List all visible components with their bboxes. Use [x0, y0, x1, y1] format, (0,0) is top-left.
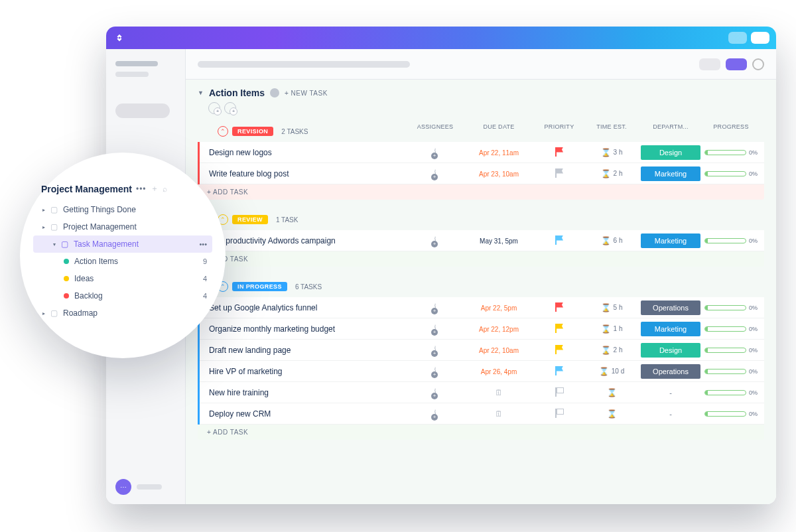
assignee-add-icon[interactable]	[434, 409, 436, 419]
task-row[interactable]: Design new logosApr 22, 11am⌛3 hDesign0%	[200, 142, 764, 163]
add-task-button[interactable]: + ADD TASK	[198, 184, 764, 200]
status-label: REVIEW	[232, 215, 268, 224]
plus-icon[interactable]: ＋	[151, 183, 159, 194]
time-estimate[interactable]: ⌛	[586, 409, 637, 419]
titlebar	[106, 27, 776, 49]
department-tag[interactable]: -	[641, 385, 700, 400]
tree-item-label: Action Items	[74, 257, 118, 266]
tree-item[interactable]: ▸▢Roadmap	[33, 304, 212, 322]
status-group-review: ⌃ REVIEW 1 TASKRun productivity Adwords …	[198, 209, 764, 267]
task-title: Organize monthly marketing budget	[209, 324, 405, 334]
task-title: Draft new landing page	[209, 346, 405, 355]
progress-percent: 0%	[749, 368, 758, 375]
assignee-add-icon[interactable]	[434, 346, 436, 355]
calendar-icon[interactable]: 🗓	[495, 388, 503, 397]
chat-button[interactable]: ⋯	[115, 479, 131, 495]
task-row[interactable]: Deploy new CRM🗓⌛-0%	[200, 403, 764, 425]
tree-item[interactable]: ▾▢Task Management•••	[33, 235, 212, 253]
due-date[interactable]: Apr 22, 11am	[479, 149, 519, 157]
time-estimate[interactable]: ⌛2 h	[586, 346, 637, 355]
priority-flag-icon[interactable]	[555, 302, 563, 312]
time-estimate[interactable]: ⌛3 h	[586, 148, 637, 157]
tree-item-meta: 9	[203, 257, 207, 265]
assignee-add-icon[interactable]	[434, 303, 436, 312]
view-toggle-active[interactable]	[726, 58, 747, 70]
due-date[interactable]: Apr 26, 4pm	[481, 368, 517, 375]
time-estimate[interactable]: ⌛6 h	[586, 236, 637, 245]
task-row[interactable]: Draft new landing pageApr 22, 10am⌛2 hDe…	[200, 340, 764, 361]
info-icon[interactable]	[270, 88, 279, 98]
priority-flag-icon[interactable]	[555, 324, 563, 333]
new-task-button[interactable]: + NEW TASK	[285, 90, 328, 97]
priority-flag-icon[interactable]	[555, 409, 563, 418]
priority-flag-icon[interactable]	[555, 366, 563, 375]
tree-item[interactable]: Action Items9	[33, 253, 212, 270]
task-row[interactable]: Set up Google Analytics funnelApr 22, 5p…	[200, 297, 764, 318]
department-tag[interactable]: Design	[641, 145, 700, 160]
progress-percent: 0%	[749, 411, 758, 417]
due-date[interactable]: Apr 23, 10am	[479, 170, 519, 178]
time-estimate[interactable]: ⌛	[586, 388, 637, 397]
toolbar	[186, 49, 776, 80]
priority-flag-icon[interactable]	[555, 235, 563, 245]
task-row[interactable]: Run productivity Adwords campaignMay 31,…	[200, 230, 764, 251]
task-list: Design new logosApr 22, 11am⌛3 hDesign0%…	[198, 142, 764, 184]
column-header-time	[586, 279, 637, 295]
view-toggle[interactable]	[699, 58, 720, 70]
tree-item[interactable]: Ideas4	[33, 270, 212, 287]
more-icon[interactable]: •••	[136, 184, 147, 194]
priority-flag-icon[interactable]	[555, 168, 563, 178]
priority-flag-icon[interactable]	[555, 345, 563, 354]
department-tag[interactable]: -	[641, 407, 700, 421]
task-row[interactable]: New hire training🗓⌛-0%	[200, 382, 764, 403]
assignee-add-icon[interactable]	[434, 324, 436, 334]
due-date[interactable]: Apr 22, 12pm	[479, 326, 519, 333]
chevron-icon: ▸	[42, 207, 45, 213]
priority-flag-icon[interactable]	[555, 387, 563, 397]
task-title: Set up Google Analytics funnel	[209, 303, 405, 312]
department-tag[interactable]: Marketing	[641, 166, 700, 181]
calendar-icon[interactable]: 🗓	[495, 409, 503, 419]
filter-icon[interactable]	[208, 102, 220, 114]
assignee-add-icon[interactable]	[434, 388, 436, 397]
tree-item[interactable]: Backlog4	[33, 287, 212, 304]
task-row[interactable]: Hire VP of marketingApr 26, 4pm⌛10 dOper…	[200, 361, 764, 382]
task-title: Design new logos	[209, 148, 405, 157]
tree-item-label: Project Management	[63, 222, 137, 232]
assignee-add-icon[interactable]	[434, 148, 436, 157]
department-tag[interactable]: Marketing	[641, 322, 700, 336]
priority-flag-icon[interactable]	[555, 147, 563, 157]
assignee-add-icon[interactable]	[434, 367, 436, 376]
assignee-add-icon[interactable]	[434, 169, 436, 178]
time-estimate[interactable]: ⌛5 h	[586, 303, 637, 312]
assignee-add-icon[interactable]	[434, 236, 436, 245]
chevron-icon: ▾	[53, 241, 56, 247]
department-tag[interactable]: Marketing	[641, 233, 700, 248]
task-row[interactable]: Organize monthly marketing budgetApr 22,…	[200, 318, 764, 340]
due-date[interactable]: May 31, 5pm	[480, 237, 518, 245]
task-row[interactable]: Write feature blog postApr 23, 10am⌛2 hM…	[200, 163, 764, 184]
search-icon[interactable]: ⌕	[163, 184, 167, 194]
due-date[interactable]: Apr 22, 5pm	[481, 304, 517, 312]
titlebar-button[interactable]	[751, 32, 769, 44]
department-tag[interactable]: Operations	[641, 300, 700, 315]
due-date[interactable]: Apr 22, 10am	[479, 347, 519, 354]
tree-item[interactable]: ▸▢Project Management	[33, 218, 212, 235]
department-tag[interactable]: Operations	[641, 364, 700, 379]
progress-cell: 0%	[704, 411, 758, 417]
department-tag[interactable]: Design	[641, 343, 700, 358]
time-estimate[interactable]: ⌛1 h	[586, 324, 637, 334]
collapse-toggle[interactable]: ⌃	[218, 126, 228, 137]
titlebar-button[interactable]	[728, 32, 747, 44]
time-estimate[interactable]: ⌛2 h	[586, 169, 637, 178]
progress-bar	[704, 390, 746, 395]
tree-item[interactable]: ▸▢Getting Things Done	[33, 201, 212, 218]
add-task-button[interactable]: + ADD TASK	[198, 425, 764, 440]
assignee-filter-icon[interactable]	[224, 102, 236, 114]
hourglass-icon: ⌛	[601, 346, 611, 355]
add-task-button[interactable]: + ADD TASK	[198, 251, 764, 267]
time-estimate[interactable]: ⌛10 d	[586, 367, 637, 376]
sidebar-search[interactable]	[115, 103, 170, 118]
chevron-down-icon[interactable]: ▼	[198, 90, 204, 96]
gear-icon[interactable]	[752, 58, 764, 70]
